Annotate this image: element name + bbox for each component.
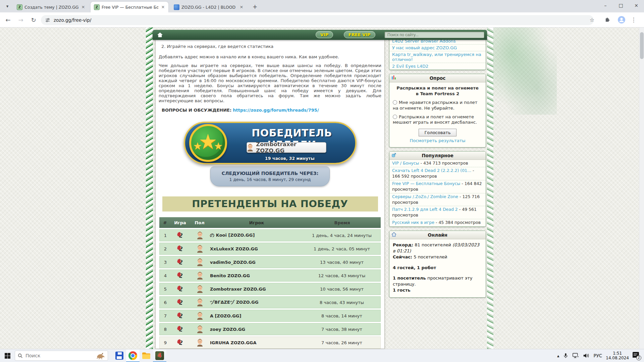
clock[interactable]: 1:51 14.08.2024 (606, 351, 629, 360)
browser-tab-3[interactable]: ZOZO.GG - L4D2 | BLOOD FACT × (170, 2, 247, 12)
free-vip-button[interactable]: FREE VIP (344, 31, 375, 38)
start-button[interactable] (0, 349, 15, 362)
play-time: 7 часов, 38 минут (303, 327, 380, 332)
tray-chevron-icon[interactable]: ▴ (557, 353, 559, 358)
site-search-input[interactable] (384, 32, 484, 38)
extensions-icon[interactable] (603, 15, 612, 24)
news-link-item[interactable]: 2 Evil Eyes L4D2 (389, 63, 486, 70)
player-name: Zombotraxer ZOZO.GG (210, 287, 303, 292)
popular-block: Популярное VIP / Бонусы - 434 713 просмо… (389, 151, 486, 227)
rank-cell: 2 (160, 246, 171, 251)
tab-close-icon[interactable]: × (239, 4, 244, 10)
l4d2-game-icon: 2 (171, 339, 190, 347)
poll-option[interactable]: Мне нравится распрыжка и полет на огнеме… (393, 100, 482, 111)
news-link[interactable]: Карта tr_walkway, или тренируемся на отл… (392, 52, 481, 62)
network-icon[interactable] (572, 353, 579, 359)
popular-link[interactable]: Free VIP — Бесплатные Бонусы (392, 181, 460, 186)
winner-stars-emblem: ★ ★ ★ (189, 124, 227, 162)
col-player: Игрок (210, 220, 304, 225)
table-row: 5 2 (159, 283, 381, 295)
back-icon[interactable]: ← (3, 15, 13, 25)
player-name: A [ZOZO.GG] (210, 313, 303, 318)
popular-link[interactable]: VIP / Бонусы (392, 161, 419, 166)
online-stats: Рекорд: 81 посетителей (03/03/2023 в 01:… (389, 239, 486, 297)
news-link[interactable]: 2 Evil Eyes L4D2 (392, 64, 428, 69)
floppy-app-button[interactable] (113, 350, 126, 362)
scrollbar-thumb[interactable] (640, 32, 644, 59)
play-time: 8 часов, 14 минут (303, 313, 380, 318)
male-avatar-icon (190, 325, 210, 333)
rank-cell: 5 (160, 287, 171, 292)
tab-search-chevron-icon[interactable]: ▾ (3, 3, 11, 10)
page-viewport: VIP FREE VIP 2. Играйте на серверах, где… (0, 27, 644, 349)
browser-scrollbar[interactable] (639, 27, 644, 349)
forum-thread-link[interactable]: https://zozo.gg/forum/threads/795/ (233, 108, 319, 113)
site-settings-icon[interactable] (45, 17, 50, 23)
popular-link[interactable]: Патч 2.1.2.9 для Left 4 Dead 2 (392, 207, 458, 212)
male-avatar-icon (190, 298, 210, 306)
radio-button[interactable] (393, 115, 397, 119)
table-row: 4 2 (159, 269, 381, 282)
news-link-item[interactable]: Карта tr_walkway, или тренируемся на отл… (389, 51, 486, 63)
male-avatar-icon (190, 339, 210, 347)
bookmark-star-icon[interactable]: ☆ (590, 17, 594, 23)
window-close-button[interactable]: × (629, 0, 644, 11)
forward-icon: → (16, 15, 25, 25)
rank-cell: 3 (160, 260, 171, 265)
floppy-icon (115, 352, 123, 360)
file-explorer-button[interactable] (140, 350, 153, 362)
window-maximize-button[interactable]: □ (613, 0, 629, 11)
player-name: IGRUHA ZOZO.GGA (210, 340, 303, 345)
play-time: 7 часов, 26 минут (303, 340, 380, 345)
right-graffiti-decor (487, 27, 493, 349)
radio-button[interactable] (393, 100, 397, 105)
views-count: - 434 713 просмотров (420, 161, 468, 166)
tab-title: Free VIP — Бесплатные Бонусы (102, 5, 158, 10)
tab-title: Создать тему | ZOZO.GG | ФОР (24, 5, 78, 10)
l4d2-app-button[interactable]: 4 (153, 350, 166, 362)
news-link[interactable]: У нас новый адрес ZOZO.GG (392, 45, 457, 50)
browser-tab-2-active[interactable]: Z Free VIP — Бесплатные Бонусы × (91, 2, 168, 12)
taskbar-search-box[interactable] (15, 351, 108, 361)
news-link-item[interactable]: У нас новый адрес ZOZO.GG (389, 45, 486, 51)
play-time: 12 часов, 43 минуты (303, 273, 380, 278)
popular-link[interactable]: Русский ник в игре (392, 220, 434, 225)
rules-paragraph: Чем дольше вы играете на серверах, тем в… (159, 63, 381, 103)
vip-button[interactable]: VIP (316, 31, 333, 38)
reload-icon[interactable]: ↻ (29, 15, 38, 25)
window-minimize-button[interactable]: – (598, 0, 613, 11)
browser-tab-1[interactable]: Z Создать тему | ZOZO.GG | ФОР × (13, 2, 89, 12)
vote-button[interactable]: Голосовать (419, 129, 456, 136)
l4d2-game-icon: 2 (171, 258, 190, 266)
poll-option[interactable]: Распрыжка и полет на огнемете мешают игр… (393, 114, 482, 126)
contenders-table: # Игра Пол Игрок Время 1 2 (159, 217, 381, 349)
microphone-icon[interactable] (563, 352, 569, 359)
poll-results-link[interactable]: Посмотреть результаты (393, 138, 482, 143)
popular-item: Скачать Left 4 Dead 2 (2.2.2.2) (01... -… (389, 167, 486, 180)
col-game: Игра (171, 220, 190, 225)
home-icon[interactable] (157, 33, 163, 38)
popular-link[interactable]: Серверы /.ZoZo./ Zombie Zone (392, 194, 458, 199)
folder-icon (142, 352, 151, 359)
profile-avatar[interactable] (617, 15, 626, 24)
address-bar[interactable]: zozo.gg/free-vip/ (41, 15, 594, 25)
tab-close-icon[interactable]: × (80, 4, 86, 10)
language-indicator[interactable]: РУС (593, 353, 602, 358)
sidebar: L4D2 Server Browser Addons У нас новый а… (389, 38, 486, 301)
rank-cell: 7 (160, 313, 171, 318)
tab-close-icon[interactable]: × (160, 4, 166, 10)
play-time: 10 часов, 56 минут (303, 287, 380, 292)
left-graffiti-decor (146, 27, 153, 349)
taskbar-search-input[interactable] (25, 353, 93, 358)
play-time: 8 часов, 43 минуты (303, 300, 380, 305)
player-name: の Kooi [ZOZO.GG] (210, 232, 303, 238)
chrome-app-button[interactable] (126, 350, 140, 362)
speaker-icon[interactable] (583, 353, 590, 359)
l4d2-app-icon: 4 (155, 351, 164, 360)
notification-center-button[interactable]: 2 (633, 352, 641, 359)
menu-dots-icon[interactable]: ⋮ (629, 15, 638, 24)
popular-link[interactable]: Скачать Left 4 Dead 2 (2.2.2.2) (01... (392, 168, 471, 173)
new-tab-button[interactable]: + (251, 3, 259, 11)
main-content: 2. Играйте на серверах, где ведется стат… (155, 40, 385, 349)
url-text[interactable]: zozo.gg/free-vip/ (54, 17, 91, 23)
